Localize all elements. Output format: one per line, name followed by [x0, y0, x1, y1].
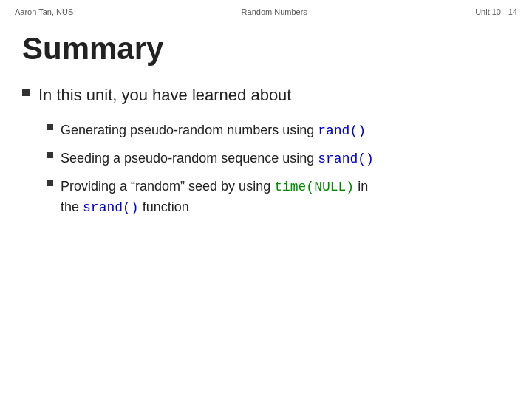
sub-bullet-1: Generating pseudo-random numbers using r…: [47, 120, 510, 141]
main-bullet-text: In this unit, you have learned about: [38, 84, 291, 107]
sub-bullet-3: Providing a “random” seed by using time(…: [47, 177, 510, 218]
code-time-null: time(NULL): [274, 180, 354, 194]
main-bullet: In this unit, you have learned about: [22, 84, 510, 107]
sub-bullet-1-text: Generating pseudo-random numbers using r…: [61, 120, 366, 141]
sub-bullet-2: Seeding a pseudo-random sequence using s…: [47, 149, 510, 169]
sub-bullet-3-text: Providing a “random” seed by using time(…: [61, 177, 368, 218]
header-center: Random Numbers: [242, 7, 307, 16]
sub-bullets: Generating pseudo-random numbers using r…: [47, 120, 510, 218]
sub-bullet-3-icon: [47, 180, 53, 186]
content: Summary In this unit, you have learned a…: [0, 21, 532, 240]
sub-bullet-2-icon: [47, 152, 53, 158]
sub-bullet-1-icon: [47, 124, 53, 130]
code-srand: srand(): [318, 151, 374, 166]
header-left: Aaron Tan, NUS: [15, 7, 73, 16]
sub-bullet-2-text: Seeding a pseudo-random sequence using s…: [61, 149, 374, 169]
slide: Aaron Tan, NUS Random Numbers Unit 10 - …: [0, 0, 532, 399]
main-bullet-icon: [22, 89, 30, 96]
slide-title: Summary: [22, 31, 510, 66]
header: Aaron Tan, NUS Random Numbers Unit 10 - …: [0, 0, 532, 21]
code-rand: rand(): [318, 123, 366, 138]
code-srand-2: srand(): [83, 200, 139, 215]
header-right: Unit 10 - 14: [475, 7, 517, 16]
